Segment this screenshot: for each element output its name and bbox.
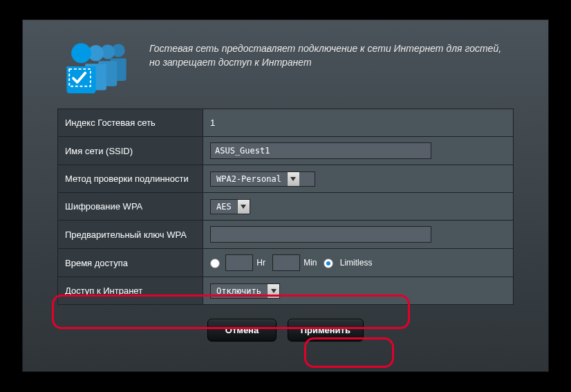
panel-description: Гостевая сеть предоставляет подключение …: [149, 39, 514, 69]
encryption-select[interactable]: AES: [210, 199, 250, 214]
intranet-select[interactable]: Отключить: [210, 283, 280, 299]
panel-header: Гостевая сеть предоставляет подключение …: [57, 34, 514, 95]
label-access-time: Время доступа: [58, 249, 203, 277]
access-time-radio-limited[interactable]: [210, 259, 220, 268]
row-intranet: Доступ к Интранет Отключить: [58, 277, 514, 305]
ssid-input[interactable]: [210, 142, 431, 159]
button-row: Отмена Применить: [57, 319, 514, 342]
label-psk: Предварительный ключ WPA: [58, 221, 203, 249]
auth-select-value: WPA2-Personal: [211, 172, 287, 186]
guest-people-icon: [57, 39, 137, 95]
svg-point-3: [71, 43, 91, 63]
row-psk: Предварительный ключ WPA: [58, 221, 514, 249]
label-auth: Метод проверки подлинности: [58, 165, 203, 193]
label-hr: Hr: [256, 258, 265, 268]
access-time-hr-input[interactable]: [225, 254, 253, 271]
settings-table: Индекс Гостевая сеть 1 Имя сети (SSID) М…: [57, 109, 514, 305]
cancel-button[interactable]: Отмена: [207, 319, 277, 342]
access-time-min-input[interactable]: [272, 254, 300, 271]
intranet-select-value: Отключить: [211, 284, 267, 298]
highlight-apply-button: [304, 337, 394, 368]
value-index: 1: [203, 109, 514, 137]
row-auth: Метод проверки подлинности WPA2-Personal: [58, 165, 514, 193]
label-index: Индекс Гостевая сеть: [58, 109, 203, 137]
label-ssid: Имя сети (SSID): [58, 137, 203, 165]
chevron-down-icon: [267, 284, 279, 298]
access-time-radio-limitless[interactable]: [324, 259, 333, 268]
encryption-select-value: AES: [211, 200, 237, 214]
auth-select[interactable]: WPA2-Personal: [210, 171, 315, 187]
row-access-time: Время доступа Hr Min Limitless: [58, 249, 514, 277]
psk-input[interactable]: [210, 226, 431, 243]
row-ssid: Имя сети (SSID): [58, 137, 514, 165]
row-encryption: Шифрование WPA AES: [58, 193, 514, 221]
row-index: Индекс Гостевая сеть 1: [58, 109, 514, 137]
label-encryption: Шифрование WPA: [58, 193, 203, 221]
label-intranet: Доступ к Интранет: [58, 277, 203, 305]
label-limitless: Limitless: [340, 258, 373, 268]
apply-button[interactable]: Применить: [288, 319, 364, 342]
guest-network-panel: Гостевая сеть предоставляет подключение …: [22, 19, 549, 372]
chevron-down-icon: [287, 172, 299, 186]
label-min: Min: [303, 258, 317, 268]
chevron-down-icon: [237, 200, 250, 214]
